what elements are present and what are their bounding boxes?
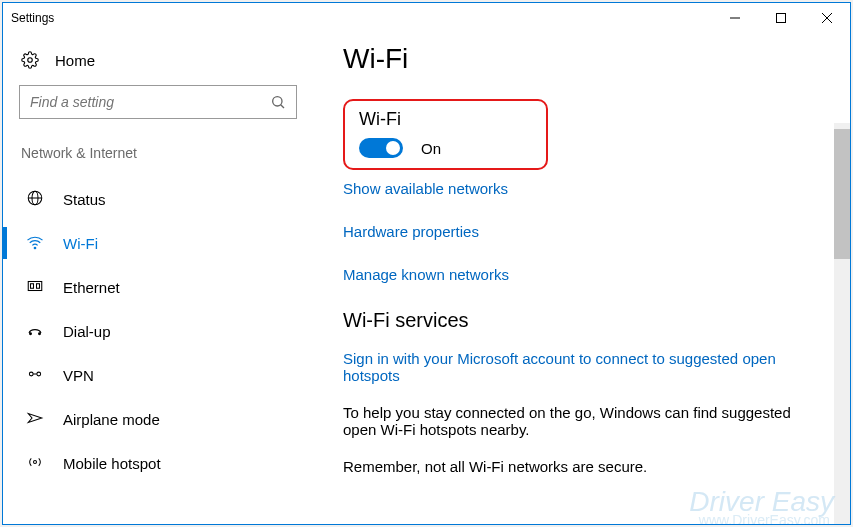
svg-point-16 bbox=[29, 372, 33, 376]
svg-point-17 bbox=[37, 372, 41, 376]
scrollbar-thumb[interactable] bbox=[834, 129, 850, 259]
search-box[interactable] bbox=[19, 85, 297, 119]
services-paragraph-2: Remember, not all Wi-Fi networks are sec… bbox=[343, 458, 798, 475]
svg-point-5 bbox=[273, 97, 282, 106]
sidebar-item-label: Status bbox=[63, 191, 106, 208]
window-body: Home Network & Internet bbox=[3, 33, 850, 524]
sidebar-item-ethernet[interactable]: Ethernet bbox=[19, 265, 297, 309]
svg-point-19 bbox=[34, 461, 37, 464]
sidebar-item-label: VPN bbox=[63, 367, 94, 384]
svg-point-15 bbox=[39, 333, 41, 335]
home-label: Home bbox=[55, 52, 95, 69]
search-icon bbox=[270, 94, 286, 110]
link-show-available-networks[interactable]: Show available networks bbox=[343, 180, 820, 197]
close-button[interactable] bbox=[804, 3, 850, 33]
ethernet-icon bbox=[25, 277, 45, 297]
scrollbar[interactable] bbox=[834, 123, 850, 524]
home-button[interactable]: Home bbox=[19, 45, 297, 85]
toggle-knob bbox=[386, 141, 400, 155]
sidebar: Home Network & Internet bbox=[3, 33, 313, 524]
titlebar: Settings bbox=[3, 3, 850, 33]
airplane-icon bbox=[25, 409, 45, 429]
sidebar-item-label: Mobile hotspot bbox=[63, 455, 161, 472]
dialup-icon bbox=[25, 321, 45, 341]
svg-rect-13 bbox=[37, 284, 40, 289]
svg-point-14 bbox=[30, 333, 32, 335]
window-title: Settings bbox=[11, 11, 54, 25]
window-controls bbox=[712, 3, 850, 33]
settings-window: Settings Home bbox=[2, 2, 851, 525]
gear-icon bbox=[21, 51, 39, 69]
wifi-toggle-label: On bbox=[421, 140, 441, 157]
hotspot-icon bbox=[25, 453, 45, 473]
vpn-icon bbox=[25, 365, 45, 385]
sidebar-nav: Status Wi-Fi Ether bbox=[19, 177, 297, 485]
wifi-services-heading: Wi-Fi services bbox=[343, 309, 820, 332]
wifi-toggle[interactable] bbox=[359, 138, 403, 158]
highlight-annotation: Wi-Fi On bbox=[343, 99, 548, 170]
main-content: Wi-Fi Wi-Fi On Show available networks H… bbox=[313, 33, 850, 524]
sidebar-item-dialup[interactable]: Dial-up bbox=[19, 309, 297, 353]
svg-line-6 bbox=[281, 105, 284, 108]
maximize-button[interactable] bbox=[758, 3, 804, 33]
link-hardware-properties[interactable]: Hardware properties bbox=[343, 223, 820, 240]
search-input[interactable] bbox=[30, 94, 270, 110]
sidebar-section-title: Network & Internet bbox=[21, 145, 297, 161]
sidebar-item-airplane[interactable]: Airplane mode bbox=[19, 397, 297, 441]
wifi-toggle-row: On bbox=[359, 138, 532, 158]
sidebar-item-label: Wi-Fi bbox=[63, 235, 98, 252]
sidebar-item-label: Airplane mode bbox=[63, 411, 160, 428]
sidebar-item-status[interactable]: Status bbox=[19, 177, 297, 221]
wifi-heading: Wi-Fi bbox=[359, 109, 532, 130]
svg-point-10 bbox=[34, 247, 36, 249]
services-paragraph-1: To help you stay connected on the go, Wi… bbox=[343, 404, 798, 438]
sidebar-item-hotspot[interactable]: Mobile hotspot bbox=[19, 441, 297, 485]
page-title: Wi-Fi bbox=[343, 43, 820, 75]
link-signin-microsoft[interactable]: Sign in with your Microsoft account to c… bbox=[343, 350, 798, 384]
globe-icon bbox=[25, 189, 45, 209]
svg-rect-12 bbox=[31, 284, 34, 289]
minimize-button[interactable] bbox=[712, 3, 758, 33]
svg-point-4 bbox=[28, 58, 33, 63]
sidebar-item-label: Dial-up bbox=[63, 323, 111, 340]
wifi-icon bbox=[25, 233, 45, 253]
sidebar-item-vpn[interactable]: VPN bbox=[19, 353, 297, 397]
svg-rect-1 bbox=[777, 14, 786, 23]
sidebar-item-label: Ethernet bbox=[63, 279, 120, 296]
link-manage-known-networks[interactable]: Manage known networks bbox=[343, 266, 820, 283]
sidebar-item-wifi[interactable]: Wi-Fi bbox=[19, 221, 297, 265]
